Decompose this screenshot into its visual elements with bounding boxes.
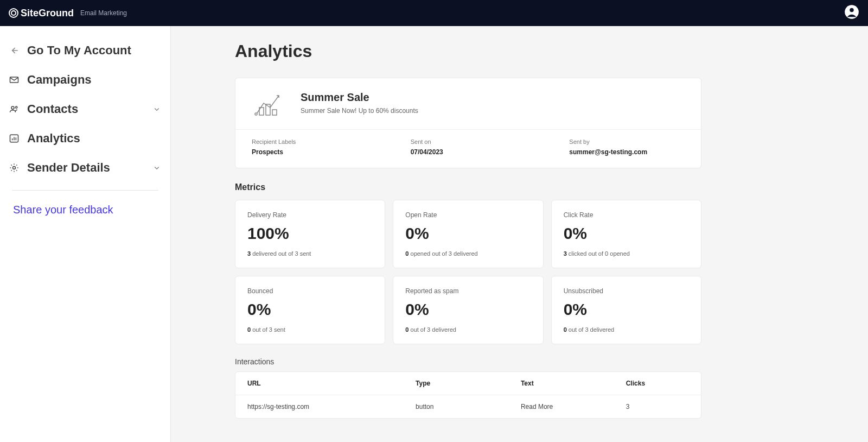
table-row: https://sg-testing.com button Read More … — [235, 395, 701, 418]
account-circle-icon — [844, 4, 859, 20]
metric-name: Reported as spam — [405, 287, 531, 295]
meta-recipient-labels: Recipient Labels Prospects — [252, 138, 367, 156]
account-menu[interactable] — [844, 4, 859, 22]
mail-icon — [9, 74, 20, 85]
metric-value: 0% — [564, 300, 689, 319]
page-title: Analytics — [235, 41, 701, 61]
metric-name: Unsubscribed — [564, 287, 689, 295]
metric-spam: Reported as spam 0% 0 out of 3 delivered — [393, 276, 543, 344]
interactions-table: URL Type Text Clicks https://sg-testing.… — [235, 371, 701, 419]
gear-icon — [9, 162, 20, 173]
chevron-down-icon — [152, 163, 162, 173]
col-clicks: Clicks — [626, 380, 689, 387]
people-icon — [9, 104, 20, 115]
sidebar-item-analytics[interactable]: Analytics — [5, 124, 165, 153]
back-to-account[interactable]: Go To My Account — [5, 36, 165, 65]
cell-url: https://sg-testing.com — [247, 403, 416, 411]
sidebar-item-label: Contacts — [27, 102, 78, 116]
metric-click-rate: Click Rate 0% 3 clicked out of 0 opened — [551, 200, 701, 268]
brand-text: SiteGround — [21, 8, 74, 19]
metric-value: 0% — [405, 300, 531, 319]
cell-text: Read More — [521, 403, 626, 411]
topbar-left: SiteGround Email Marketing — [9, 8, 127, 19]
col-text: Text — [521, 380, 626, 387]
meta-label: Sent by — [569, 138, 685, 145]
back-label: Go To My Account — [27, 43, 131, 58]
table-header: URL Type Text Clicks — [235, 372, 701, 395]
app-subtitle: Email Marketing — [80, 9, 127, 17]
sidebar-item-label: Sender Details — [27, 161, 110, 175]
arrow-left-icon — [9, 45, 20, 56]
meta-value: Prospects — [252, 148, 367, 156]
meta-label: Sent on — [411, 138, 526, 145]
sidebar-item-campaigns[interactable]: Campaigns — [5, 65, 165, 94]
svg-point-4 — [16, 106, 17, 108]
sidebar-item-label: Analytics — [27, 131, 80, 146]
svg-point-10 — [255, 113, 257, 115]
share-feedback-link[interactable]: Share your feedback — [5, 198, 165, 222]
topbar: SiteGround Email Marketing — [0, 0, 868, 26]
meta-value: summer@sg-testing.com — [569, 148, 685, 156]
metric-name: Bounced — [247, 287, 373, 295]
metrics-grid: Delivery Rate 100% 3 delivered out of 3 … — [235, 200, 701, 344]
metric-value: 0% — [564, 224, 689, 243]
sidebar: Go To My Account Campaigns Contacts Anal… — [0, 26, 171, 442]
metric-delivery-rate: Delivery Rate 100% 3 delivered out of 3 … — [235, 200, 385, 268]
brand[interactable]: SiteGround — [9, 8, 74, 19]
metric-detail: 3 clicked out of 0 opened — [564, 250, 689, 257]
bar-chart-icon — [9, 133, 20, 144]
metric-detail: 0 opened out of 3 delivered — [405, 250, 531, 257]
cell-clicks: 3 — [626, 403, 689, 411]
sidebar-item-sender-details[interactable]: Sender Details — [5, 153, 165, 182]
metric-value: 100% — [247, 224, 373, 243]
svg-point-6 — [13, 167, 16, 169]
svg-point-1 — [850, 8, 853, 12]
divider — [12, 190, 158, 191]
cell-type: button — [416, 403, 521, 411]
metric-unsubscribed: Unsubscribed 0% 0 out of 3 delivered — [551, 276, 701, 344]
metric-open-rate: Open Rate 0% 0 opened out of 3 delivered — [393, 200, 543, 268]
brand-logo-icon — [9, 8, 18, 18]
campaign-description: Summer Sale Now! Up to 60% discounts — [301, 107, 418, 115]
metric-value: 0% — [247, 300, 373, 319]
metric-value: 0% — [405, 224, 531, 243]
main-content[interactable]: Analytics Summer Sale Summer Sale Now! U… — [171, 26, 868, 442]
metric-detail: 0 out of 3 delivered — [405, 326, 531, 333]
meta-value: 07/04/2023 — [411, 148, 526, 156]
campaign-summary-card: Summer Sale Summer Sale Now! Up to 60% d… — [235, 78, 701, 168]
chevron-down-icon — [152, 104, 162, 114]
sidebar-item-contacts[interactable]: Contacts — [5, 94, 165, 124]
meta-label: Recipient Labels — [252, 138, 367, 145]
metric-detail: 0 out of 3 sent — [247, 326, 373, 333]
svg-rect-9 — [272, 110, 277, 115]
interactions-title: Interactions — [235, 357, 701, 366]
metric-name: Open Rate — [405, 211, 531, 219]
analytics-chart-icon — [252, 91, 284, 118]
sidebar-item-label: Campaigns — [27, 73, 92, 87]
col-url: URL — [247, 380, 416, 387]
metric-bounced: Bounced 0% 0 out of 3 sent — [235, 276, 385, 344]
col-type: Type — [416, 380, 521, 387]
meta-sent-on: Sent on 07/04/2023 — [411, 138, 526, 156]
campaign-title: Summer Sale — [301, 91, 418, 104]
metric-name: Delivery Rate — [247, 211, 373, 219]
metrics-section-title: Metrics — [235, 182, 701, 192]
metric-detail: 0 out of 3 delivered — [564, 326, 689, 333]
svg-point-3 — [11, 106, 14, 109]
metric-detail: 3 delivered out of 3 sent — [247, 250, 373, 257]
meta-sent-by: Sent by summer@sg-testing.com — [569, 138, 685, 156]
metric-name: Click Rate — [564, 211, 689, 219]
